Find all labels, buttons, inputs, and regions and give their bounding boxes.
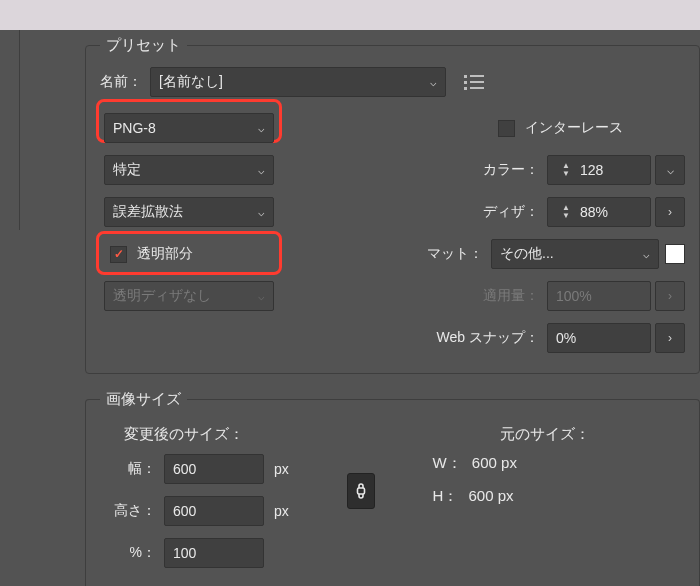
left-panel-edge (0, 30, 20, 230)
web-snap-slider-button[interactable]: › (655, 323, 685, 353)
dither-slider-button[interactable]: › (655, 197, 685, 227)
matte-color-swatch[interactable] (665, 244, 685, 264)
percent-value: 100 (173, 545, 196, 561)
constrain-proportions-icon[interactable] (347, 473, 375, 509)
svg-rect-0 (357, 488, 364, 494)
reduction-select[interactable]: 特定 ⌵ (104, 155, 274, 185)
percent-label: %： (100, 544, 156, 562)
amount-label: 適用量： (483, 287, 539, 305)
dither-label: ディザ： (483, 203, 539, 221)
highlight-transparency (96, 231, 282, 275)
name-select[interactable]: [名前なし] ⌵ (150, 67, 446, 97)
chevron-down-icon: ⌵ (258, 122, 265, 135)
amount-value: 100% (556, 288, 592, 304)
chevron-down-icon: ⌵ (258, 164, 265, 177)
dither-value: 88% (580, 204, 608, 220)
orig-width-value: 600 px (472, 454, 517, 471)
dither-input[interactable]: ▲▼ 88% (547, 197, 651, 227)
color-dropdown-button[interactable]: ⌵ (655, 155, 685, 185)
preset-legend: プリセット (100, 36, 187, 55)
width-value: 600 (173, 461, 196, 477)
interlace-checkbox[interactable]: ✓ (498, 120, 515, 137)
width-input[interactable]: 600 (164, 454, 264, 484)
name-value: [名前なし] (159, 73, 223, 91)
transparency-dither-select: 透明ディザなし ⌵ (104, 281, 274, 311)
orig-width-label: W： (433, 454, 462, 471)
matte-label: マット： (427, 245, 483, 263)
preset-menu-icon[interactable] (466, 75, 484, 89)
web-snap-input[interactable]: 0% (547, 323, 651, 353)
orig-height-label: H： (433, 487, 459, 504)
percent-input[interactable]: 100 (164, 538, 264, 568)
image-size-legend: 画像サイズ (100, 390, 187, 409)
color-value: 128 (580, 162, 603, 178)
height-value: 600 (173, 503, 196, 519)
dither-algo-select[interactable]: 誤差拡散法 ⌵ (104, 197, 274, 227)
format-value: PNG-8 (113, 120, 156, 136)
original-size-heading: 元のサイズ： (405, 425, 686, 444)
web-snap-label: Web スナップ： (437, 329, 539, 347)
color-input[interactable]: ▲▼ 128 (547, 155, 651, 185)
chevron-down-icon: ⌵ (643, 248, 650, 261)
dither-algo-value: 誤差拡散法 (113, 203, 183, 221)
matte-select[interactable]: その他... ⌵ (491, 239, 659, 269)
amount-slider-button: › (655, 281, 685, 311)
height-unit: px (274, 503, 289, 519)
stepper-icon[interactable]: ▲▼ (556, 204, 576, 220)
height-label: 高さ： (100, 502, 156, 520)
interlace-label: インターレース (525, 119, 623, 137)
height-input[interactable]: 600 (164, 496, 264, 526)
width-label: 幅： (100, 460, 156, 478)
image-size-fieldset: 画像サイズ 変更後のサイズ： 幅： 600 px 高さ： 600 px (85, 390, 700, 586)
orig-height-value: 600 px (469, 487, 514, 504)
preset-fieldset: プリセット 名前： [名前なし] ⌵ PNG-8 ⌵ ✓ インターレース (85, 36, 700, 374)
format-select[interactable]: PNG-8 ⌵ (104, 113, 274, 143)
web-snap-value: 0% (556, 330, 576, 346)
new-size-heading: 変更後のサイズ： (124, 425, 381, 444)
name-label: 名前： (100, 73, 142, 91)
chevron-down-icon: ⌵ (430, 76, 437, 89)
matte-value: その他... (500, 245, 554, 263)
chevron-down-icon: ⌵ (258, 206, 265, 219)
chevron-down-icon: ⌵ (258, 290, 265, 303)
reduction-value: 特定 (113, 161, 141, 179)
color-label: カラー： (483, 161, 539, 179)
window-titlebar-gap (0, 0, 700, 30)
trans-dither-value: 透明ディザなし (113, 287, 211, 305)
stepper-icon[interactable]: ▲▼ (556, 162, 576, 178)
width-unit: px (274, 461, 289, 477)
amount-input: 100% (547, 281, 651, 311)
